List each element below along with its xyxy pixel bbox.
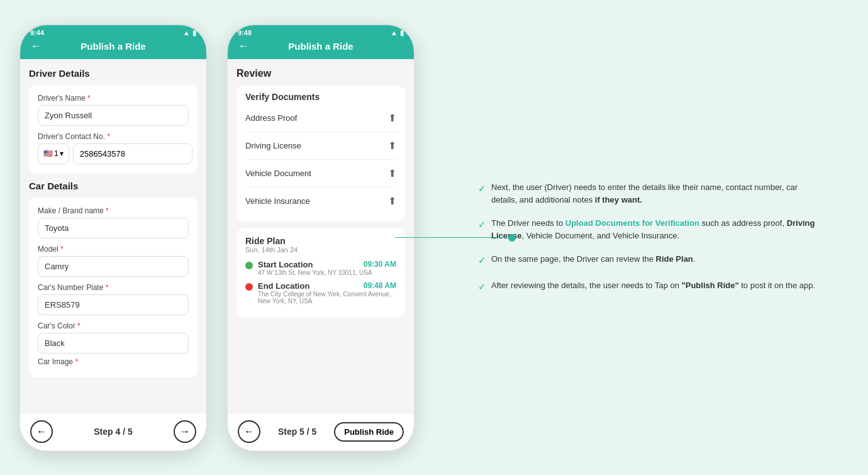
verify-docs-card: Verify Documents Address Proof ⬆ Driving… [236,86,405,221]
doc-name-license: Driving License [245,141,301,150]
ride-plan-card: Ride Plan Sun, 14th Jan 24 Start Locatio… [236,228,405,317]
annotation-item-2: ✓ The Driver needs to Upload Documents f… [478,217,824,242]
back-button-1[interactable]: ← [30,40,42,53]
phone-screen-2: 9:48 ▲ ▮ ← Publish a Ride Review Verify … [226,24,415,452]
connector-dot [508,234,516,242]
start-location-row: Start Location 09:30 AM 47 W 13th St, Ne… [245,260,396,276]
ride-plan-title: Ride Plan [245,236,396,246]
upload-icon-vehicle: ⬆ [388,167,396,179]
driver-card: Driver's Name * Driver's Contact No. * 🇺… [29,85,198,173]
driver-section-title: Driver Details [29,68,198,79]
end-time: 09:48 AM [364,281,396,290]
next-button-1[interactable]: → [174,420,196,443]
contact-label: Driver's Contact No. * [38,132,189,141]
upload-icon-insurance: ⬆ [388,195,396,207]
doc-name-address: Address Proof [245,113,297,123]
color-label: Car's Color * [38,321,189,330]
ride-plan-date: Sun, 14th Jan 24 [245,246,396,254]
phone-screen-1: 9:44 ▲ ▮ ← Publish a Ride Driver Details… [19,24,208,452]
annotation-text-2: The Driver needs to Upload Documents for… [491,217,824,242]
battery-icon-1: ▮ [192,29,196,37]
nav-title-1: Publish a Ride [81,41,145,52]
car-section-title: Car Details [29,181,198,191]
start-info: Start Location 09:30 AM 47 W 13th St, Ne… [258,260,396,276]
publish-ride-button[interactable]: Publish Ride [334,422,404,442]
bottom-bar-2: ← Step 5 / 5 Publish Ride [228,413,414,450]
phone-number-input[interactable] [73,143,192,164]
plate-input[interactable] [38,294,189,315]
annotation-text-4: After reviewing the details, the user ne… [491,279,815,292]
annotation-text-1: Next, the user (Driver) needs to enter t… [491,181,824,206]
bottom-bar-1: ← Step 4 / 5 → [20,413,206,450]
back-button-2[interactable]: ← [238,40,249,53]
doc-row-license[interactable]: Driving License ⬆ [245,132,396,160]
step-indicator-1: Step 4 / 5 [94,427,132,437]
annotation-item-3: ✓ On the same page, the Driver can revie… [478,253,824,268]
step-indicator-2: Step 5 / 5 [278,427,316,437]
color-input[interactable] [38,333,189,354]
doc-name-insurance: Vehicle Insurance [245,196,310,206]
prev-button-1[interactable]: ← [30,420,53,443]
connector-line [395,237,508,238]
battery-icon-2: ▮ [400,29,404,37]
wifi-icon-1: ▲ [183,29,190,36]
time-1: 9:44 [30,29,44,37]
start-dot [245,262,253,269]
end-location-row: End Location 09:48 AM The City College o… [245,281,396,305]
check-icon-2: ✓ [478,218,486,232]
doc-row-address[interactable]: Address Proof ⬆ [245,104,396,132]
prev-button-2[interactable]: ← [238,420,260,443]
annotation-list: ✓ Next, the user (Driver) needs to enter… [478,181,824,294]
annotation-text-3: On the same page, the Driver can review … [491,253,695,265]
nav-bar-2: 9:48 ▲ ▮ ← Publish a Ride [228,25,414,59]
time-2: 9:48 [238,29,252,37]
nav-bar-1: 9:44 ▲ ▮ ← Publish a Ride [20,25,206,59]
review-title: Review [236,68,405,79]
doc-row-vehicle[interactable]: Vehicle Document ⬆ [245,160,396,187]
upload-icon-address: ⬆ [388,112,396,124]
check-icon-3: ✓ [478,254,486,268]
model-input[interactable] [38,256,189,277]
start-address: 47 W 13th St, New York, NY 10011, USA [258,269,396,276]
annotation-item-1: ✓ Next, the user (Driver) needs to enter… [478,181,824,206]
start-label: Start Location [258,260,313,269]
check-icon-4: ✓ [478,280,486,294]
phone-input-row: 🇺🇸 1 ▾ [38,143,189,164]
wifi-icon-2: ▲ [391,29,398,36]
check-icon-1: ✓ [478,182,486,196]
verify-docs-title: Verify Documents [245,92,396,102]
start-time: 09:30 AM [364,260,396,269]
driver-name-input[interactable] [38,105,189,126]
phone1-body: Driver Details Driver's Name * Driver's … [20,59,206,413]
brand-input[interactable] [38,218,189,238]
nav-title-2: Publish a Ride [288,41,353,52]
phone2-body: Review Verify Documents Address Proof ⬆ … [228,59,414,413]
country-code: 1 [54,149,58,158]
flag-icon: 🇺🇸 [43,149,53,158]
car-card: Make / Brand name * Model * Car's Number… [29,198,198,377]
end-dot [245,283,253,291]
chevron-icon: ▾ [60,149,64,158]
driver-name-label: Driver's Name * [38,94,189,103]
plate-label: Car's Number Plate * [38,283,189,292]
end-address: The City College of New York, Convent Av… [258,291,396,305]
doc-name-vehicle: Vehicle Document [245,169,311,178]
upload-icon-license: ⬆ [388,140,396,152]
annotation-item-4: ✓ After reviewing the details, the user … [478,279,824,294]
end-label: End Location [258,281,309,291]
document-list: Address Proof ⬆ Driving License ⬆ Vehicl… [245,104,396,215]
country-code-select[interactable]: 🇺🇸 1 ▾ [38,143,69,164]
model-label: Model * [38,245,189,254]
doc-row-insurance[interactable]: Vehicle Insurance ⬆ [245,187,396,215]
image-label: Car Image * [38,357,189,366]
brand-label: Make / Brand name * [38,206,189,215]
end-info: End Location 09:48 AM The City College o… [258,281,396,305]
